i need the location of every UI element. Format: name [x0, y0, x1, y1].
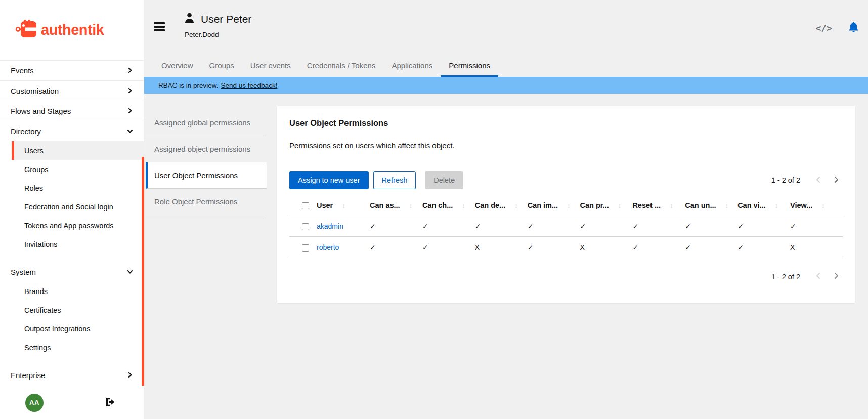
column-header-can-preview[interactable]: Can pr...↕ — [580, 195, 633, 216]
sidebar-item-users[interactable]: Users — [12, 141, 144, 160]
sort-icon[interactable]: ↕ — [514, 202, 518, 210]
permission-value: X — [580, 237, 633, 258]
banner-text: RBAC is in preview. — [158, 81, 219, 89]
column-label: Can ch... — [422, 201, 453, 210]
sort-icon[interactable]: ↕ — [775, 202, 778, 210]
column-label: Can un... — [685, 201, 716, 210]
sidebar-item-invitations[interactable]: Invitations — [0, 235, 144, 254]
pagination-top: 1 - 2 of 2 — [771, 174, 843, 187]
column-header-view[interactable]: View...↕ — [790, 195, 843, 216]
sidebar-toggle-button[interactable] — [154, 22, 165, 33]
sidebar-item-outpost-integrations[interactable]: Outpost Integrations — [0, 319, 144, 338]
title-block: User Peter Peter.Dodd — [185, 13, 251, 38]
sidebar-item-federation-and-social-login[interactable]: Federation and Social login — [0, 197, 144, 216]
chevron-down-icon — [127, 127, 133, 136]
chevron-left-icon — [815, 272, 821, 281]
tab-credentials-tokens[interactable]: Credentials / Tokens — [299, 56, 384, 77]
user-link[interactable]: akadmin — [317, 222, 343, 230]
feedback-link[interactable]: Send us feedback! — [221, 81, 278, 89]
select-all-checkbox[interactable] — [302, 202, 309, 210]
column-header-can-view[interactable]: Can vi...↕ — [737, 195, 790, 216]
permission-value: ✓ — [632, 237, 685, 258]
sort-icon[interactable]: ↕ — [342, 202, 345, 210]
sidebar-item-tokens-and-app-passwords[interactable]: Tokens and App passwords — [0, 216, 144, 235]
sidebar-item-certificates[interactable]: Certificates — [0, 301, 144, 319]
assign-to-new-user-button[interactable]: Assign to new user — [289, 171, 369, 189]
side-tab-label: Role Object Permissions — [154, 197, 237, 206]
sort-icon[interactable]: ↕ — [725, 202, 728, 210]
row-checkbox[interactable] — [302, 223, 309, 230]
pagination-prev-button[interactable] — [811, 270, 824, 283]
app-logo[interactable]: authentik — [0, 0, 144, 60]
sidebar-item-events[interactable]: Events — [0, 60, 144, 80]
sort-icon[interactable]: ↕ — [462, 202, 465, 210]
chevron-right-icon — [834, 176, 839, 185]
permission-value: ✓ — [685, 237, 737, 258]
tab-user-events[interactable]: User events — [242, 56, 299, 77]
sidebar-item-brands[interactable]: Brands — [0, 282, 144, 301]
column-header-can-unassign[interactable]: Can un...↕ — [685, 195, 737, 216]
user-link[interactable]: roberto — [317, 243, 339, 252]
tab-label: Groups — [209, 61, 234, 70]
side-tab-assigned-global-permissions[interactable]: Assigned global permissions — [146, 110, 267, 136]
tab-groups[interactable]: Groups — [201, 56, 242, 77]
sidebar-item-settings[interactable]: Settings — [0, 338, 144, 357]
sidebar-scrollbar-thumb[interactable] — [142, 157, 144, 386]
sort-icon[interactable]: ↕ — [618, 202, 622, 210]
permission-value: ✓ — [370, 237, 422, 258]
sidebar-item-flows-and-stages[interactable]: Flows and Stages — [0, 101, 144, 121]
notifications-button[interactable] — [848, 21, 859, 34]
tab-label: User events — [250, 61, 291, 70]
delete-button[interactable]: Delete — [425, 171, 463, 189]
sort-icon[interactable]: ↕ — [567, 202, 571, 210]
toolbar: Assign to new user Refresh Delete 1 - 2 … — [289, 171, 843, 189]
sign-out-button[interactable] — [103, 395, 117, 410]
pagination-label: 1 - 2 of 2 — [771, 273, 800, 281]
pagination-next-button[interactable] — [830, 270, 843, 283]
refresh-button[interactable]: Refresh — [373, 171, 416, 189]
user-avatar[interactable]: AA — [25, 394, 44, 412]
sidebar-item-customisation[interactable]: Customisation — [0, 80, 144, 101]
tab-label: Credentials / Tokens — [307, 61, 376, 70]
sidebar-item-directory[interactable]: Directory — [0, 121, 144, 141]
sidebar-item-groups[interactable]: Groups — [0, 160, 144, 179]
permission-value: X — [475, 237, 528, 258]
sidebar-item-label: Federation and Social login — [24, 203, 113, 211]
sort-icon[interactable]: ↕ — [670, 202, 673, 210]
sidebar-item-enterprise[interactable]: Enterprise — [0, 365, 144, 385]
sidebar-item-roles[interactable]: Roles — [0, 179, 144, 197]
permission-value: ✓ — [370, 216, 422, 237]
tab-label: Overview — [161, 61, 193, 70]
row-checkbox[interactable] — [302, 244, 309, 252]
chevron-right-icon — [834, 272, 839, 281]
pagination-bottom: 1 - 2 of 2 — [289, 270, 843, 283]
tab-applications[interactable]: Applications — [383, 56, 441, 77]
brand-name: authentik — [41, 22, 104, 38]
sidebar-item-label: Tokens and App passwords — [24, 222, 114, 230]
sidebar-item-label: Roles — [24, 184, 43, 192]
sidebar-item-label: Events — [11, 66, 34, 75]
side-tab-assigned-object-permissions[interactable]: Assigned object permissions — [146, 136, 267, 162]
tab-permissions[interactable]: Permissions — [441, 56, 498, 77]
column-header-user[interactable]: User↕ — [317, 195, 370, 216]
pagination-prev-button[interactable] — [811, 174, 824, 187]
sidebar-item-system[interactable]: System — [0, 262, 144, 282]
permission-value: ✓ — [422, 237, 475, 258]
tab-overview[interactable]: Overview — [153, 56, 201, 77]
sort-icon[interactable]: ↕ — [821, 202, 825, 210]
side-tab-role-object-permissions[interactable]: Role Object Permissions — [146, 189, 267, 215]
column-header-can-impersonate[interactable]: Can im...↕ — [528, 195, 580, 216]
chevron-right-icon — [127, 66, 133, 75]
chevron-right-icon — [127, 87, 133, 95]
chevron-right-icon — [127, 371, 133, 380]
column-header-can-change[interactable]: Can ch...↕ — [422, 195, 475, 216]
column-header-can-delete[interactable]: Can de...↕ — [475, 195, 528, 216]
column-label: Can as... — [370, 201, 400, 210]
sort-icon[interactable]: ↕ — [409, 202, 413, 210]
column-header-can-assign[interactable]: Can as...↕ — [370, 195, 422, 216]
side-tab-user-object-permissions[interactable]: User Object Permissions — [146, 162, 267, 189]
pagination-next-button[interactable] — [830, 174, 843, 187]
column-header-reset[interactable]: Reset ...↕ — [632, 195, 685, 216]
api-drawer-icon[interactable]: </> — [815, 23, 832, 33]
sidebar-item-label: Settings — [24, 344, 51, 352]
